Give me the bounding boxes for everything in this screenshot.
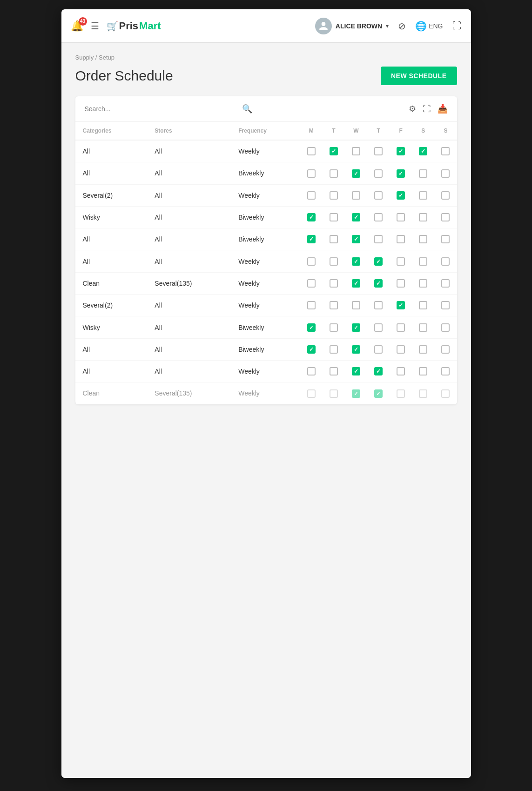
cell-category[interactable]: All bbox=[75, 338, 148, 360]
checkbox-day-2[interactable] bbox=[352, 323, 360, 332]
checkbox-day-3[interactable] bbox=[374, 257, 383, 266]
checkbox-day-2[interactable] bbox=[352, 279, 360, 288]
cell-day-6[interactable] bbox=[434, 272, 457, 294]
checkbox-day-4[interactable] bbox=[397, 191, 405, 200]
checkbox-day-1[interactable] bbox=[330, 169, 338, 178]
checkbox-day-0[interactable] bbox=[307, 147, 316, 155]
cell-day-6[interactable] bbox=[434, 295, 457, 316]
checkbox-day-2[interactable] bbox=[352, 147, 360, 155]
cell-day-0[interactable] bbox=[300, 338, 323, 360]
cell-day-0[interactable] bbox=[300, 228, 323, 250]
checkbox-day-0[interactable] bbox=[307, 169, 316, 178]
checkbox-day-2[interactable] bbox=[352, 235, 360, 243]
checkbox-day-0[interactable] bbox=[307, 191, 316, 200]
checkbox-day-1[interactable] bbox=[330, 191, 338, 200]
checkbox-day-2[interactable] bbox=[352, 367, 360, 375]
cell-day-6[interactable] bbox=[434, 140, 457, 162]
checkbox-day-6[interactable] bbox=[441, 367, 450, 375]
cell-day-3[interactable] bbox=[367, 250, 390, 272]
cell-day-2[interactable] bbox=[345, 184, 367, 206]
checkbox-day-0[interactable] bbox=[307, 235, 316, 243]
checkbox-day-2[interactable] bbox=[352, 389, 360, 398]
cell-day-1[interactable] bbox=[323, 140, 345, 162]
checkbox-day-1[interactable] bbox=[330, 213, 338, 221]
checkbox-day-3[interactable] bbox=[374, 301, 383, 309]
checkbox-day-3[interactable] bbox=[374, 169, 383, 178]
cell-day-4[interactable] bbox=[390, 228, 412, 250]
cell-day-3[interactable] bbox=[367, 360, 390, 382]
checkbox-day-0[interactable] bbox=[307, 301, 316, 309]
checkbox-day-6[interactable] bbox=[441, 191, 450, 200]
cell-day-6[interactable] bbox=[434, 206, 457, 228]
cell-stores[interactable]: All bbox=[147, 295, 231, 316]
cell-day-1[interactable] bbox=[323, 360, 345, 382]
cell-day-0[interactable] bbox=[300, 250, 323, 272]
cell-day-4[interactable] bbox=[390, 316, 412, 338]
cell-day-2[interactable] bbox=[345, 338, 367, 360]
checkbox-day-3[interactable] bbox=[374, 345, 383, 354]
cell-day-3[interactable] bbox=[367, 295, 390, 316]
download-icon[interactable]: 📥 bbox=[438, 104, 448, 114]
checkbox-day-5[interactable] bbox=[419, 147, 427, 155]
cell-day-1[interactable] bbox=[323, 206, 345, 228]
checkbox-day-6[interactable] bbox=[441, 169, 450, 178]
cell-day-3[interactable] bbox=[367, 140, 390, 162]
cell-day-1[interactable] bbox=[323, 382, 345, 404]
checkbox-day-4[interactable] bbox=[397, 213, 405, 221]
cell-day-3[interactable] bbox=[367, 272, 390, 294]
checkbox-day-1[interactable] bbox=[330, 279, 338, 288]
checkbox-day-3[interactable] bbox=[374, 367, 383, 375]
cell-day-4[interactable] bbox=[390, 360, 412, 382]
checkbox-day-5[interactable] bbox=[419, 213, 427, 221]
cell-day-6[interactable] bbox=[434, 360, 457, 382]
cell-day-3[interactable] bbox=[367, 338, 390, 360]
checkbox-day-1[interactable] bbox=[330, 147, 338, 155]
checkbox-day-1[interactable] bbox=[330, 235, 338, 243]
checkbox-day-5[interactable] bbox=[419, 345, 427, 354]
cell-day-3[interactable] bbox=[367, 206, 390, 228]
cell-day-0[interactable] bbox=[300, 206, 323, 228]
checkbox-day-5[interactable] bbox=[419, 301, 427, 309]
checkbox-day-3[interactable] bbox=[374, 147, 383, 155]
cell-day-4[interactable] bbox=[390, 206, 412, 228]
cell-day-3[interactable] bbox=[367, 316, 390, 338]
cell-day-0[interactable] bbox=[300, 316, 323, 338]
cell-day-5[interactable] bbox=[412, 295, 434, 316]
checkbox-day-6[interactable] bbox=[441, 345, 450, 354]
cell-day-1[interactable] bbox=[323, 162, 345, 184]
cell-category[interactable]: Wisky bbox=[75, 316, 148, 338]
checkbox-day-6[interactable] bbox=[441, 389, 450, 398]
checkbox-day-5[interactable] bbox=[419, 257, 427, 266]
cell-day-1[interactable] bbox=[323, 250, 345, 272]
cell-stores[interactable]: All bbox=[147, 250, 231, 272]
cell-day-2[interactable] bbox=[345, 316, 367, 338]
cell-day-4[interactable] bbox=[390, 162, 412, 184]
cell-day-0[interactable] bbox=[300, 140, 323, 162]
checkbox-day-3[interactable] bbox=[374, 389, 383, 398]
cell-day-5[interactable] bbox=[412, 382, 434, 404]
cell-day-5[interactable] bbox=[412, 140, 434, 162]
checkbox-day-0[interactable] bbox=[307, 367, 316, 375]
checkbox-day-4[interactable] bbox=[397, 367, 405, 375]
checkbox-day-3[interactable] bbox=[374, 279, 383, 288]
cell-day-2[interactable] bbox=[345, 250, 367, 272]
checkbox-day-1[interactable] bbox=[330, 367, 338, 375]
checkbox-day-0[interactable] bbox=[307, 389, 316, 398]
checkbox-day-4[interactable] bbox=[397, 279, 405, 288]
checkbox-day-2[interactable] bbox=[352, 191, 360, 200]
cell-day-0[interactable] bbox=[300, 295, 323, 316]
checkbox-day-6[interactable] bbox=[441, 235, 450, 243]
cell-stores[interactable]: All bbox=[147, 338, 231, 360]
checkbox-day-6[interactable] bbox=[441, 213, 450, 221]
cell-category[interactable]: All bbox=[75, 360, 148, 382]
checkbox-day-6[interactable] bbox=[441, 323, 450, 332]
expand-icon[interactable]: ⛶ bbox=[452, 20, 462, 31]
checkbox-day-4[interactable] bbox=[397, 301, 405, 309]
cell-day-5[interactable] bbox=[412, 184, 434, 206]
user-section[interactable]: ALICE BROWN ▾ bbox=[315, 18, 389, 34]
checkbox-day-1[interactable] bbox=[330, 301, 338, 309]
cell-day-0[interactable] bbox=[300, 272, 323, 294]
cell-day-3[interactable] bbox=[367, 382, 390, 404]
checkbox-day-6[interactable] bbox=[441, 147, 450, 155]
cell-day-2[interactable] bbox=[345, 272, 367, 294]
